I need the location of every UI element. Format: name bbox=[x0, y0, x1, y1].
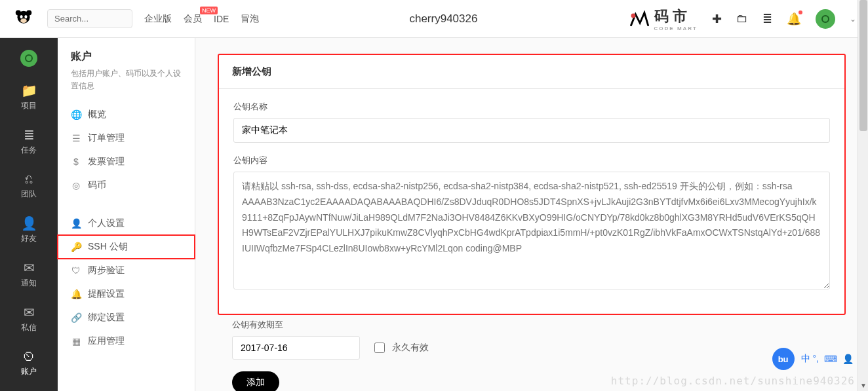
forever-label: 永久有效 bbox=[392, 342, 429, 354]
left-rail: 📁项目 ≣任务 ⎌团队 👤好友 ✉通知 ✉私信 ⏲账户 bbox=[0, 38, 58, 391]
scrollbar-thumb[interactable] bbox=[859, 0, 867, 131]
grid-icon: ▦ bbox=[71, 336, 81, 346]
brand-logo[interactable] bbox=[12, 7, 35, 31]
svg-point-1 bbox=[16, 10, 21, 15]
sidebar-bind[interactable]: 🔗绑定设置 bbox=[58, 306, 195, 329]
key-content-textarea[interactable] bbox=[233, 172, 830, 289]
expire-date-input[interactable] bbox=[232, 336, 360, 360]
main-content: 新增公钥 公钥名称 公钥内容 公钥有效期至 永久有效 添加 bbox=[195, 38, 868, 391]
baidu-icon[interactable]: bu bbox=[772, 348, 795, 370]
sidebar-orders[interactable]: ☰订单管理 bbox=[58, 126, 195, 150]
shield-icon: 🛡 bbox=[71, 265, 81, 276]
sidebar-coin[interactable]: ◎码币 bbox=[58, 174, 195, 197]
sidebar-2fa[interactable]: 🛡两步验证 bbox=[58, 259, 195, 282]
mart-sub: CODE MART bbox=[654, 26, 698, 31]
page-username: cherry940326 bbox=[271, 12, 616, 26]
mail-icon: ✉ bbox=[0, 305, 58, 320]
rail-label: 团队 bbox=[21, 189, 37, 198]
rail-project[interactable]: 📁项目 bbox=[0, 79, 58, 115]
sidebar-item-label: 绑定设置 bbox=[88, 312, 125, 324]
sidebar-ssh-key[interactable]: 🔑SSH 公钥 bbox=[58, 235, 195, 259]
add-key-panel: 新增公钥 公钥名称 公钥内容 bbox=[218, 54, 846, 315]
keyboard-icon: ⌨ bbox=[824, 354, 837, 364]
svg-point-5 bbox=[20, 18, 27, 23]
code-mart-logo[interactable]: 码 市CODE MART bbox=[628, 7, 698, 31]
key-icon: 🔑 bbox=[71, 242, 81, 252]
ime-indicator[interactable]: 中 °, ⌨ 👤 bbox=[801, 353, 854, 365]
sidebar-subtitle: 包括用户账户、码币以及个人设置信息 bbox=[71, 67, 182, 92]
plus-icon[interactable]: ✚ bbox=[712, 12, 722, 26]
rail-friend[interactable]: 👤好友 bbox=[0, 212, 58, 248]
stack-icon[interactable]: ≣ bbox=[762, 12, 772, 26]
list-icon: ≣ bbox=[0, 127, 58, 143]
sidebar-invoice[interactable]: $发票管理 bbox=[58, 150, 195, 174]
sidebar-item-label: SSH 公钥 bbox=[88, 241, 128, 253]
scroll-down-icon[interactable]: ▼ bbox=[858, 381, 868, 391]
topbar: 企业版 会员NEW IDE 冒泡 cherry940326 码 市CODE MA… bbox=[0, 0, 868, 38]
rail-label: 任务 bbox=[21, 145, 37, 155]
person-icon: 👤 bbox=[71, 218, 81, 229]
coin-icon: ◎ bbox=[71, 180, 81, 191]
dollar-icon: $ bbox=[71, 157, 81, 167]
nav-maopao[interactable]: 冒泡 bbox=[241, 13, 259, 25]
svg-point-3 bbox=[20, 14, 23, 18]
sidebar-item-label: 发票管理 bbox=[88, 156, 125, 168]
rail-account[interactable]: ⏲账户 bbox=[0, 345, 58, 381]
nav-enterprise[interactable]: 企业版 bbox=[144, 13, 172, 25]
sidebar-profile[interactable]: 👤个人设置 bbox=[58, 212, 195, 235]
sidebar-item-label: 码币 bbox=[88, 179, 106, 191]
search-input[interactable] bbox=[47, 9, 132, 28]
expire-label: 公钥有效期至 bbox=[232, 319, 831, 331]
person-outline-icon: 👤 bbox=[842, 354, 854, 364]
panel-title: 新增公钥 bbox=[219, 55, 844, 89]
chevron-down-icon[interactable]: ⌄ bbox=[850, 14, 856, 24]
rail-label: 账户 bbox=[21, 367, 37, 376]
gauge-icon: ⏲ bbox=[0, 349, 58, 364]
top-nav: 企业版 会员NEW IDE 冒泡 bbox=[144, 13, 259, 25]
topbar-actions: 码 市CODE MART ✚ 🗀 ≣ 🔔 ⌄ bbox=[628, 7, 856, 31]
nav-member[interactable]: 会员NEW bbox=[184, 13, 202, 25]
rail-label: 项目 bbox=[21, 101, 37, 110]
rail-message[interactable]: ✉私信 bbox=[0, 301, 58, 337]
link-icon: 🔗 bbox=[71, 312, 81, 323]
sidebar-title: 账户 bbox=[71, 50, 195, 64]
rail-label: 私信 bbox=[21, 323, 37, 332]
avatar[interactable] bbox=[816, 9, 835, 29]
sidebar-item-label: 概览 bbox=[88, 109, 106, 121]
nav-ide[interactable]: IDE bbox=[214, 14, 229, 24]
inbox-icon: ✉ bbox=[0, 260, 58, 276]
sidebar-item-label: 两步验证 bbox=[88, 265, 125, 276]
rail-user[interactable] bbox=[0, 46, 58, 71]
key-name-label: 公钥名称 bbox=[233, 101, 830, 113]
rail-label: 通知 bbox=[21, 278, 37, 288]
team-icon: ⎌ bbox=[0, 172, 58, 187]
rail-task[interactable]: ≣任务 bbox=[0, 123, 58, 160]
rail-label: 好友 bbox=[21, 234, 37, 243]
ime-text: 中 °, bbox=[801, 353, 819, 365]
box-icon[interactable]: 🗀 bbox=[736, 12, 748, 26]
submit-button[interactable]: 添加 bbox=[232, 371, 279, 391]
key-name-input[interactable] bbox=[233, 118, 830, 143]
bell-icon: 🔔 bbox=[71, 289, 81, 299]
rail-notify[interactable]: ✉通知 bbox=[0, 256, 58, 293]
rail-team[interactable]: ⎌团队 bbox=[0, 168, 58, 204]
forever-checkbox-wrap[interactable]: 永久有效 bbox=[372, 341, 429, 355]
sidebar-item-label: 订单管理 bbox=[88, 132, 125, 144]
svg-point-2 bbox=[26, 10, 31, 15]
sidebar-apps[interactable]: ▦应用管理 bbox=[58, 329, 195, 353]
bell-icon[interactable]: 🔔 bbox=[787, 12, 801, 26]
mart-label: 码 市 bbox=[654, 8, 687, 24]
sidebar-notify-settings[interactable]: 🔔提醒设置 bbox=[58, 282, 195, 306]
sidebar-item-label: 提醒设置 bbox=[88, 288, 125, 300]
folder-icon: 📁 bbox=[0, 83, 58, 98]
forever-checkbox[interactable] bbox=[374, 343, 385, 353]
svg-point-6 bbox=[631, 13, 635, 18]
account-sidebar: 账户 包括用户账户、码币以及个人设置信息 🌐概览 ☰订单管理 $发票管理 ◎码币… bbox=[58, 38, 195, 391]
floating-widgets: bu 中 °, ⌨ 👤 bbox=[772, 348, 854, 370]
svg-point-4 bbox=[24, 14, 27, 18]
vertical-scrollbar[interactable]: ▲ ▼ bbox=[858, 0, 868, 391]
list-icon: ☰ bbox=[71, 133, 81, 143]
nav-member-label: 会员 bbox=[184, 13, 202, 24]
person-icon: 👤 bbox=[0, 215, 58, 231]
sidebar-overview[interactable]: 🌐概览 bbox=[58, 103, 195, 126]
